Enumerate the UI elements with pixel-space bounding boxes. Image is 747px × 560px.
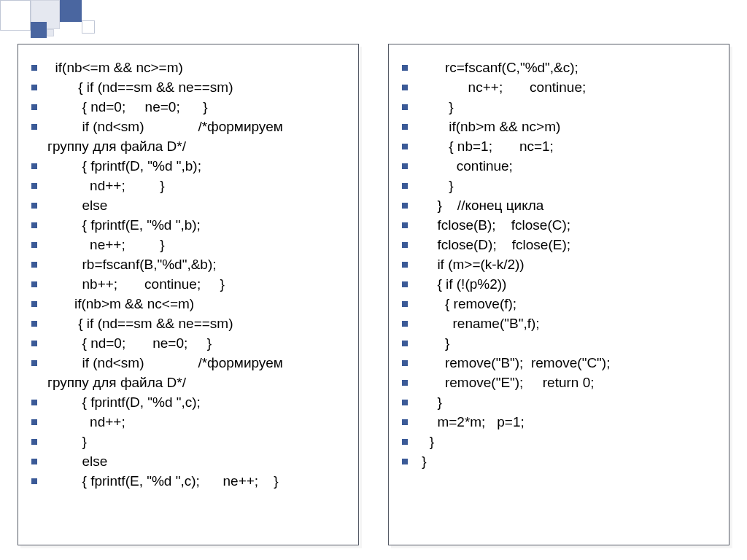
code-line: } //конец цикла [399,195,719,215]
code-line: } [399,392,719,412]
code-line: ne++; } [28,235,348,254]
code-line: rename("B",f); [399,314,719,333]
code-line: else [28,195,348,215]
left-panel: if(nb<=m && nc>=m) { if (nd==sm && ne==s… [18,44,359,545]
code-line: { fprintf(E, "%d ",b); [28,215,348,235]
code-line: continue; [399,156,719,176]
code-line: if (nd<sm) /*формируем [28,117,348,136]
code-line: if(nb>m && nc<=m) [28,294,348,314]
code-line: if(nb<=m && nc>=m) [28,58,348,77]
code-line: { nd=0; ne=0; } [28,333,348,353]
code-line: } [399,176,719,195]
decor-square [60,0,82,22]
code-line: remove("E"); return 0; [399,373,719,392]
decor-square [47,29,54,36]
left-code-list: if(nb<=m && nc>=m) { if (nd==sm && ne==s… [28,58,348,491]
code-line: { if (nd==sm && ne==sm) [28,77,348,97]
right-code-list: rc=fscanf(C,"%d",&c); nc++; continue; } … [399,58,719,471]
code-line: } [28,432,348,451]
code-line: if (m>=(k-k/2)) [399,254,719,274]
code-line: } [399,97,719,117]
code-line: { if (nd==sm && ne==sm) [28,314,348,333]
code-line: { remove(f); [399,294,719,314]
code-line: rc=fscanf(C,"%d",&c); [399,58,719,77]
decor-square [31,22,47,38]
code-line: { if (!(p%2)) [399,274,719,294]
code-line-wrap: группу для файла D*/ [28,373,348,392]
code-line: { fprintf(D, "%d ",c); [28,392,348,412]
decor-square [82,20,95,34]
code-line: nd++; [28,412,348,432]
decor-square [0,0,31,31]
code-line: fclose(B); fclose(C); [399,215,719,235]
code-line: { nb=1; nc=1; [399,136,719,156]
code-line: } [399,451,719,471]
code-line: nb++; continue; } [28,274,348,294]
code-line-wrap: группу для файла D*/ [28,136,348,156]
code-line: else [28,451,348,471]
code-line: rb=fscanf(B,"%d",&b); [28,254,348,274]
code-line: nc++; continue; [399,77,719,97]
slide-columns: if(nb<=m && nc>=m) { if (nd==sm && ne==s… [18,44,729,545]
code-line: m=2*m; p=1; [399,412,719,432]
code-line: { fprintf(D, "%d ",b); [28,156,348,176]
code-line: fclose(D); fclose(E); [399,235,719,254]
code-line: { fprintf(E, "%d ",c); ne++; } [28,471,348,491]
code-line: { nd=0; ne=0; } [28,97,348,117]
code-line: } [399,333,719,353]
code-line: if (nd<sm) /*формируем [28,353,348,373]
decor-squares [0,0,124,36]
code-line: remove("B"); remove("C"); [399,353,719,373]
right-panel: rc=fscanf(C,"%d",&c); nc++; continue; } … [388,44,729,545]
code-line: } [399,432,719,451]
code-line: if(nb>m && nc>m) [399,117,719,136]
code-line: nd++; } [28,176,348,195]
